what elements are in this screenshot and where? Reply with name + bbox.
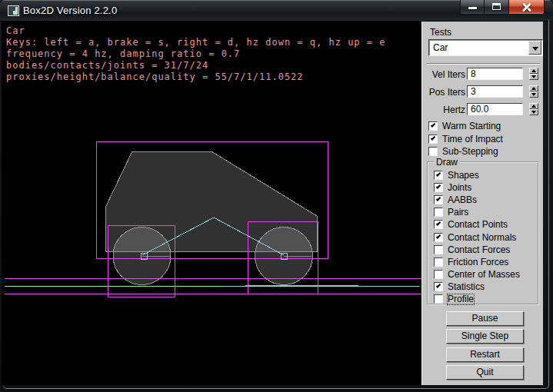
checkbox-label: Joints bbox=[448, 183, 471, 193]
quit-button[interactable]: Quit bbox=[446, 365, 524, 380]
spinner-down-button[interactable] bbox=[529, 91, 538, 98]
checkmark-icon bbox=[436, 171, 441, 176]
checkbox-box bbox=[434, 220, 443, 229]
checkmark-icon bbox=[436, 221, 441, 225]
checkmark-icon bbox=[436, 283, 441, 287]
tests-dropdown-value: Car bbox=[433, 42, 448, 53]
checkmark-icon bbox=[436, 234, 441, 238]
spinner-down-button[interactable] bbox=[529, 109, 538, 115]
stats-line: Car bbox=[6, 25, 385, 37]
checkbox-box bbox=[428, 135, 438, 144]
checkmark-icon bbox=[436, 196, 441, 201]
checkbox-label: Statistics bbox=[448, 282, 485, 292]
stats-line: bodies/contacts/joints = 31/7/24 bbox=[6, 60, 385, 71]
spinner-up-button[interactable] bbox=[529, 68, 538, 74]
checkbox-label: Shapes bbox=[448, 171, 479, 181]
window-title: Box2D Version 2.2.0 bbox=[23, 5, 117, 16]
checkbox-label: Contact Normals bbox=[448, 233, 516, 243]
checkbox-box bbox=[434, 183, 443, 192]
statistics-text: CarKeys: left = a, brake = s, right = d,… bbox=[6, 25, 385, 83]
spinner-up-button[interactable] bbox=[529, 103, 538, 109]
triangle-up-icon bbox=[531, 87, 536, 90]
checkbox-label: Warm Starting bbox=[442, 121, 501, 131]
checkbox-label: Sub-Stepping bbox=[442, 147, 498, 157]
checkbox-label: AABBs bbox=[448, 195, 477, 205]
triangle-up-icon bbox=[531, 69, 536, 72]
triangle-up-icon bbox=[531, 105, 536, 108]
simulation-canvas[interactable]: CarKeys: left = a, brake = s, right = d,… bbox=[2, 22, 421, 385]
pause-button[interactable]: Pause bbox=[446, 311, 524, 326]
checkmark-icon bbox=[436, 184, 441, 188]
checkbox-label: Pairs bbox=[448, 208, 468, 218]
app-window: Box2D Version 2.2.0 bbox=[0, 0, 553, 392]
restart-button[interactable]: Restart bbox=[446, 347, 524, 362]
stepper-value-field[interactable]: 3 bbox=[467, 85, 523, 98]
stepper-label: Pos Iters bbox=[422, 87, 465, 98]
checkbox-label: Contact Points bbox=[448, 220, 508, 230]
chevron-down-icon bbox=[532, 47, 538, 51]
bridge-edge-thick bbox=[245, 285, 358, 287]
checkbox-box bbox=[434, 282, 443, 291]
spinner-down-button[interactable] bbox=[529, 74, 538, 80]
stepper-value-field[interactable]: 60.0 bbox=[467, 103, 523, 115]
stepper-spinner bbox=[529, 68, 538, 80]
stats-line: proxies/height/balance/quality = 55/7/1/… bbox=[6, 71, 385, 83]
caption-buttons bbox=[460, 0, 545, 15]
checkbox-box bbox=[428, 147, 438, 156]
stepper-label: Hertz bbox=[422, 105, 465, 115]
tests-dropdown-button[interactable] bbox=[528, 41, 541, 55]
stepper-label: Vel Iters bbox=[422, 69, 465, 80]
tests-dropdown[interactable]: Car bbox=[428, 39, 543, 56]
checkbox-box bbox=[434, 245, 443, 254]
tests-label: Tests bbox=[430, 27, 451, 38]
triangle-down-icon bbox=[531, 75, 536, 78]
separator bbox=[427, 63, 540, 65]
single-step-button[interactable]: Single Step bbox=[446, 329, 524, 344]
checkbox-label: Time of Impact bbox=[442, 135, 503, 145]
maximize-button[interactable] bbox=[485, 0, 509, 15]
stats-line: Keys: left = a, brake = s, right = d, hz… bbox=[6, 37, 385, 48]
checkbox-label: Profile bbox=[448, 294, 474, 304]
draw-group-label: Draw bbox=[434, 157, 460, 168]
minimize-button[interactable] bbox=[460, 0, 485, 15]
close-button[interactable] bbox=[509, 0, 545, 15]
checkmark-icon bbox=[431, 122, 435, 127]
stepper-spinner bbox=[529, 103, 538, 115]
title-bar[interactable]: Box2D Version 2.2.0 bbox=[0, 0, 553, 22]
checkbox-box bbox=[434, 270, 443, 279]
checkmark-icon bbox=[431, 135, 435, 140]
draw-group: Draw ShapesJointsAABBsPairsContact Point… bbox=[427, 161, 539, 305]
checkbox-box bbox=[434, 195, 443, 204]
stats-line: frequency = 4 hz, damping ratio = 0.7 bbox=[6, 48, 385, 60]
checkbox-box bbox=[434, 208, 443, 217]
stepper-value-field[interactable]: 8 bbox=[467, 68, 523, 80]
stepper-spinner bbox=[529, 85, 538, 98]
triangle-down-icon bbox=[531, 111, 536, 114]
checkbox-box bbox=[434, 257, 443, 267]
checkbox-label: Center of Masses bbox=[448, 270, 520, 280]
spinner-up-button[interactable] bbox=[529, 85, 538, 91]
minimize-icon bbox=[468, 7, 477, 9]
app-icon bbox=[8, 5, 19, 16]
close-icon bbox=[521, 2, 532, 12]
checkbox-box bbox=[428, 121, 438, 131]
control-panel: Tests Car Vel Iters8Pos Iters3Hertz60.0 … bbox=[421, 22, 543, 385]
triangle-down-icon bbox=[531, 93, 536, 96]
checkbox-label: Contact Forces bbox=[448, 245, 510, 255]
maximize-icon bbox=[492, 3, 501, 10]
checkbox-box bbox=[434, 233, 443, 242]
checkbox-box bbox=[434, 294, 443, 304]
checkbox-label: Friction Forces bbox=[448, 257, 508, 267]
checkbox-box bbox=[434, 171, 443, 180]
